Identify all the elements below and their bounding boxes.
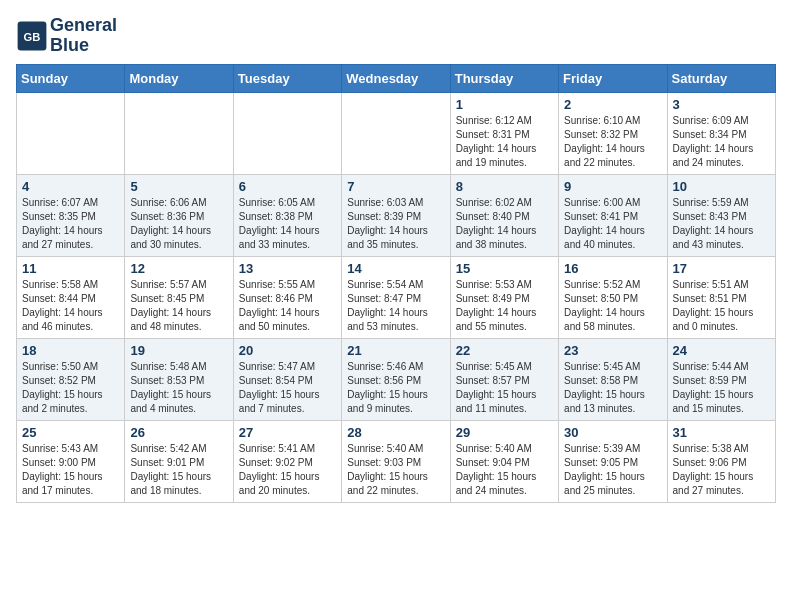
calendar-day-cell: 14Sunrise: 5:54 AM Sunset: 8:47 PM Dayli… <box>342 256 450 338</box>
calendar-day-cell: 19Sunrise: 5:48 AM Sunset: 8:53 PM Dayli… <box>125 338 233 420</box>
day-number: 11 <box>22 261 119 276</box>
calendar-day-cell: 17Sunrise: 5:51 AM Sunset: 8:51 PM Dayli… <box>667 256 775 338</box>
day-info: Sunrise: 6:07 AM Sunset: 8:35 PM Dayligh… <box>22 196 119 252</box>
day-info: Sunrise: 5:50 AM Sunset: 8:52 PM Dayligh… <box>22 360 119 416</box>
day-info: Sunrise: 6:03 AM Sunset: 8:39 PM Dayligh… <box>347 196 444 252</box>
calendar-week-row: 11Sunrise: 5:58 AM Sunset: 8:44 PM Dayli… <box>17 256 776 338</box>
calendar-day-cell <box>233 92 341 174</box>
day-number: 14 <box>347 261 444 276</box>
calendar-day-cell: 30Sunrise: 5:39 AM Sunset: 9:05 PM Dayli… <box>559 420 667 502</box>
day-info: Sunrise: 6:05 AM Sunset: 8:38 PM Dayligh… <box>239 196 336 252</box>
day-number: 24 <box>673 343 770 358</box>
day-number: 15 <box>456 261 553 276</box>
calendar-day-cell <box>17 92 125 174</box>
day-number: 2 <box>564 97 661 112</box>
calendar-day-cell: 22Sunrise: 5:45 AM Sunset: 8:57 PM Dayli… <box>450 338 558 420</box>
day-info: Sunrise: 6:10 AM Sunset: 8:32 PM Dayligh… <box>564 114 661 170</box>
column-header-tuesday: Tuesday <box>233 64 341 92</box>
day-number: 8 <box>456 179 553 194</box>
day-info: Sunrise: 6:02 AM Sunset: 8:40 PM Dayligh… <box>456 196 553 252</box>
calendar-week-row: 4Sunrise: 6:07 AM Sunset: 8:35 PM Daylig… <box>17 174 776 256</box>
calendar-day-cell: 16Sunrise: 5:52 AM Sunset: 8:50 PM Dayli… <box>559 256 667 338</box>
day-info: Sunrise: 5:53 AM Sunset: 8:49 PM Dayligh… <box>456 278 553 334</box>
day-number: 1 <box>456 97 553 112</box>
day-info: Sunrise: 5:51 AM Sunset: 8:51 PM Dayligh… <box>673 278 770 334</box>
day-info: Sunrise: 5:41 AM Sunset: 9:02 PM Dayligh… <box>239 442 336 498</box>
calendar-day-cell: 12Sunrise: 5:57 AM Sunset: 8:45 PM Dayli… <box>125 256 233 338</box>
calendar-day-cell: 13Sunrise: 5:55 AM Sunset: 8:46 PM Dayli… <box>233 256 341 338</box>
calendar-day-cell: 24Sunrise: 5:44 AM Sunset: 8:59 PM Dayli… <box>667 338 775 420</box>
calendar-day-cell: 2Sunrise: 6:10 AM Sunset: 8:32 PM Daylig… <box>559 92 667 174</box>
calendar-day-cell: 4Sunrise: 6:07 AM Sunset: 8:35 PM Daylig… <box>17 174 125 256</box>
day-number: 6 <box>239 179 336 194</box>
day-info: Sunrise: 5:52 AM Sunset: 8:50 PM Dayligh… <box>564 278 661 334</box>
calendar-day-cell: 25Sunrise: 5:43 AM Sunset: 9:00 PM Dayli… <box>17 420 125 502</box>
calendar-day-cell: 1Sunrise: 6:12 AM Sunset: 8:31 PM Daylig… <box>450 92 558 174</box>
day-info: Sunrise: 5:45 AM Sunset: 8:57 PM Dayligh… <box>456 360 553 416</box>
day-info: Sunrise: 5:59 AM Sunset: 8:43 PM Dayligh… <box>673 196 770 252</box>
day-info: Sunrise: 5:58 AM Sunset: 8:44 PM Dayligh… <box>22 278 119 334</box>
day-info: Sunrise: 5:54 AM Sunset: 8:47 PM Dayligh… <box>347 278 444 334</box>
column-header-thursday: Thursday <box>450 64 558 92</box>
calendar-day-cell: 7Sunrise: 6:03 AM Sunset: 8:39 PM Daylig… <box>342 174 450 256</box>
day-number: 13 <box>239 261 336 276</box>
day-info: Sunrise: 5:48 AM Sunset: 8:53 PM Dayligh… <box>130 360 227 416</box>
day-number: 10 <box>673 179 770 194</box>
day-info: Sunrise: 5:43 AM Sunset: 9:00 PM Dayligh… <box>22 442 119 498</box>
svg-text:GB: GB <box>24 31 41 43</box>
day-number: 21 <box>347 343 444 358</box>
day-info: Sunrise: 6:06 AM Sunset: 8:36 PM Dayligh… <box>130 196 227 252</box>
day-number: 12 <box>130 261 227 276</box>
day-info: Sunrise: 5:40 AM Sunset: 9:04 PM Dayligh… <box>456 442 553 498</box>
calendar-week-row: 18Sunrise: 5:50 AM Sunset: 8:52 PM Dayli… <box>17 338 776 420</box>
day-info: Sunrise: 5:47 AM Sunset: 8:54 PM Dayligh… <box>239 360 336 416</box>
calendar-header-row: SundayMondayTuesdayWednesdayThursdayFrid… <box>17 64 776 92</box>
day-info: Sunrise: 5:45 AM Sunset: 8:58 PM Dayligh… <box>564 360 661 416</box>
day-number: 19 <box>130 343 227 358</box>
day-number: 7 <box>347 179 444 194</box>
day-number: 31 <box>673 425 770 440</box>
calendar-day-cell: 23Sunrise: 5:45 AM Sunset: 8:58 PM Dayli… <box>559 338 667 420</box>
day-number: 18 <box>22 343 119 358</box>
day-number: 27 <box>239 425 336 440</box>
header: GB General Blue <box>16 16 776 56</box>
day-info: Sunrise: 6:09 AM Sunset: 8:34 PM Dayligh… <box>673 114 770 170</box>
day-info: Sunrise: 5:57 AM Sunset: 8:45 PM Dayligh… <box>130 278 227 334</box>
calendar-day-cell: 9Sunrise: 6:00 AM Sunset: 8:41 PM Daylig… <box>559 174 667 256</box>
day-info: Sunrise: 5:40 AM Sunset: 9:03 PM Dayligh… <box>347 442 444 498</box>
calendar-day-cell: 5Sunrise: 6:06 AM Sunset: 8:36 PM Daylig… <box>125 174 233 256</box>
column-header-wednesday: Wednesday <box>342 64 450 92</box>
calendar-day-cell: 10Sunrise: 5:59 AM Sunset: 8:43 PM Dayli… <box>667 174 775 256</box>
column-header-sunday: Sunday <box>17 64 125 92</box>
calendar-day-cell: 8Sunrise: 6:02 AM Sunset: 8:40 PM Daylig… <box>450 174 558 256</box>
calendar-day-cell: 26Sunrise: 5:42 AM Sunset: 9:01 PM Dayli… <box>125 420 233 502</box>
day-info: Sunrise: 5:44 AM Sunset: 8:59 PM Dayligh… <box>673 360 770 416</box>
day-info: Sunrise: 5:39 AM Sunset: 9:05 PM Dayligh… <box>564 442 661 498</box>
day-number: 20 <box>239 343 336 358</box>
calendar-day-cell: 20Sunrise: 5:47 AM Sunset: 8:54 PM Dayli… <box>233 338 341 420</box>
calendar-day-cell: 31Sunrise: 5:38 AM Sunset: 9:06 PM Dayli… <box>667 420 775 502</box>
day-number: 4 <box>22 179 119 194</box>
day-info: Sunrise: 5:42 AM Sunset: 9:01 PM Dayligh… <box>130 442 227 498</box>
day-number: 29 <box>456 425 553 440</box>
calendar-day-cell: 28Sunrise: 5:40 AM Sunset: 9:03 PM Dayli… <box>342 420 450 502</box>
day-info: Sunrise: 5:55 AM Sunset: 8:46 PM Dayligh… <box>239 278 336 334</box>
logo-icon: GB <box>16 20 48 52</box>
calendar-day-cell: 27Sunrise: 5:41 AM Sunset: 9:02 PM Dayli… <box>233 420 341 502</box>
day-number: 3 <box>673 97 770 112</box>
day-number: 30 <box>564 425 661 440</box>
calendar-day-cell <box>342 92 450 174</box>
calendar: SundayMondayTuesdayWednesdayThursdayFrid… <box>16 64 776 503</box>
column-header-friday: Friday <box>559 64 667 92</box>
day-number: 22 <box>456 343 553 358</box>
day-info: Sunrise: 5:38 AM Sunset: 9:06 PM Dayligh… <box>673 442 770 498</box>
calendar-day-cell <box>125 92 233 174</box>
calendar-week-row: 25Sunrise: 5:43 AM Sunset: 9:00 PM Dayli… <box>17 420 776 502</box>
day-number: 26 <box>130 425 227 440</box>
day-number: 16 <box>564 261 661 276</box>
calendar-day-cell: 15Sunrise: 5:53 AM Sunset: 8:49 PM Dayli… <box>450 256 558 338</box>
day-number: 9 <box>564 179 661 194</box>
calendar-week-row: 1Sunrise: 6:12 AM Sunset: 8:31 PM Daylig… <box>17 92 776 174</box>
day-info: Sunrise: 5:46 AM Sunset: 8:56 PM Dayligh… <box>347 360 444 416</box>
calendar-day-cell: 3Sunrise: 6:09 AM Sunset: 8:34 PM Daylig… <box>667 92 775 174</box>
